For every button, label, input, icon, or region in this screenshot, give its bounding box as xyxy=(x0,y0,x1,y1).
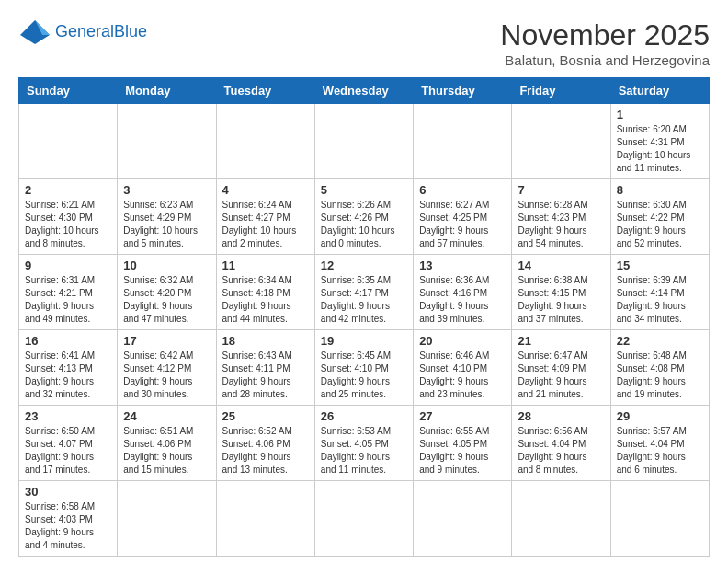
day-info: Sunrise: 6:21 AM Sunset: 4:30 PM Dayligh… xyxy=(25,199,111,250)
calendar-cell xyxy=(414,104,512,179)
day-number: 13 xyxy=(419,259,506,272)
calendar-week-row: 23Sunrise: 6:50 AM Sunset: 4:07 PM Dayli… xyxy=(19,406,710,481)
day-number: 26 xyxy=(321,409,407,423)
day-number: 16 xyxy=(25,334,111,348)
day-info: Sunrise: 6:53 AM Sunset: 4:05 PM Dayligh… xyxy=(321,425,407,477)
calendar-cell: 24Sunrise: 6:51 AM Sunset: 4:06 PM Dayli… xyxy=(118,406,216,481)
calendar-cell: 20Sunrise: 6:46 AM Sunset: 4:10 PM Dayli… xyxy=(414,330,512,406)
day-info: Sunrise: 6:31 AM Sunset: 4:21 PM Dayligh… xyxy=(25,274,111,326)
day-number: 10 xyxy=(123,259,210,272)
calendar-week-row: 2Sunrise: 6:21 AM Sunset: 4:30 PM Daylig… xyxy=(19,179,710,255)
calendar-cell: 12Sunrise: 6:35 AM Sunset: 4:17 PM Dayli… xyxy=(314,255,413,330)
day-number: 28 xyxy=(518,409,604,423)
day-info: Sunrise: 6:20 AM Sunset: 4:31 PM Dayligh… xyxy=(617,123,703,175)
day-info: Sunrise: 6:46 AM Sunset: 4:10 PM Dayligh… xyxy=(419,350,506,401)
day-info: Sunrise: 6:27 AM Sunset: 4:25 PM Dayligh… xyxy=(419,199,506,250)
day-number: 8 xyxy=(617,183,703,197)
day-number: 18 xyxy=(222,334,309,348)
calendar-cell xyxy=(314,104,413,179)
day-info: Sunrise: 6:41 AM Sunset: 4:13 PM Dayligh… xyxy=(25,350,111,401)
calendar-cell xyxy=(314,481,413,557)
calendar-week-row: 1Sunrise: 6:20 AM Sunset: 4:31 PM Daylig… xyxy=(19,104,710,179)
weekday-header: Wednesday xyxy=(314,78,413,104)
calendar-cell xyxy=(610,481,709,557)
weekday-header: Thursday xyxy=(414,78,512,104)
calendar-cell: 5Sunrise: 6:26 AM Sunset: 4:26 PM Daylig… xyxy=(314,179,413,255)
day-number: 29 xyxy=(617,409,703,423)
day-number: 12 xyxy=(321,259,407,272)
day-info: Sunrise: 6:28 AM Sunset: 4:23 PM Dayligh… xyxy=(518,199,604,250)
title-block: November 2025 Balatun, Bosnia and Herzeg… xyxy=(500,18,710,68)
calendar-cell: 4Sunrise: 6:24 AM Sunset: 4:27 PM Daylig… xyxy=(216,179,314,255)
day-info: Sunrise: 6:38 AM Sunset: 4:15 PM Dayligh… xyxy=(518,274,604,326)
logo-icon xyxy=(18,18,51,46)
calendar-cell: 11Sunrise: 6:34 AM Sunset: 4:18 PM Dayli… xyxy=(216,255,314,330)
day-info: Sunrise: 6:50 AM Sunset: 4:07 PM Dayligh… xyxy=(25,425,111,477)
calendar-cell: 22Sunrise: 6:48 AM Sunset: 4:08 PM Dayli… xyxy=(610,330,709,406)
day-number: 11 xyxy=(222,259,309,272)
calendar-cell xyxy=(414,481,512,557)
day-number: 23 xyxy=(25,409,111,423)
day-info: Sunrise: 6:35 AM Sunset: 4:17 PM Dayligh… xyxy=(321,274,407,326)
calendar-week-row: 30Sunrise: 6:58 AM Sunset: 4:03 PM Dayli… xyxy=(19,481,710,557)
day-number: 20 xyxy=(419,334,506,348)
day-number: 22 xyxy=(617,334,703,348)
day-number: 30 xyxy=(25,485,111,499)
weekday-header: Saturday xyxy=(610,78,709,104)
calendar-cell xyxy=(512,481,610,557)
day-info: Sunrise: 6:56 AM Sunset: 4:04 PM Dayligh… xyxy=(518,425,604,477)
day-number: 6 xyxy=(419,183,506,197)
calendar-cell xyxy=(118,104,216,179)
calendar-cell: 7Sunrise: 6:28 AM Sunset: 4:23 PM Daylig… xyxy=(512,179,610,255)
calendar-cell: 2Sunrise: 6:21 AM Sunset: 4:30 PM Daylig… xyxy=(19,179,118,255)
day-number: 24 xyxy=(123,409,210,423)
day-info: Sunrise: 6:36 AM Sunset: 4:16 PM Dayligh… xyxy=(419,274,506,326)
day-info: Sunrise: 6:26 AM Sunset: 4:26 PM Dayligh… xyxy=(321,199,407,250)
calendar-cell: 29Sunrise: 6:57 AM Sunset: 4:04 PM Dayli… xyxy=(610,406,709,481)
day-info: Sunrise: 6:48 AM Sunset: 4:08 PM Dayligh… xyxy=(617,350,703,401)
day-info: Sunrise: 6:34 AM Sunset: 4:18 PM Dayligh… xyxy=(222,274,309,326)
day-info: Sunrise: 6:39 AM Sunset: 4:14 PM Dayligh… xyxy=(617,274,703,326)
calendar-cell: 6Sunrise: 6:27 AM Sunset: 4:25 PM Daylig… xyxy=(414,179,512,255)
page-header: GeneralBlue November 2025 Balatun, Bosni… xyxy=(18,18,710,68)
day-number: 21 xyxy=(518,334,604,348)
day-info: Sunrise: 6:58 AM Sunset: 4:03 PM Dayligh… xyxy=(25,500,111,552)
day-info: Sunrise: 6:43 AM Sunset: 4:11 PM Dayligh… xyxy=(222,350,309,401)
day-number: 9 xyxy=(25,259,111,272)
logo-text: GeneralBlue xyxy=(55,23,147,41)
day-number: 1 xyxy=(617,108,703,121)
calendar-cell: 18Sunrise: 6:43 AM Sunset: 4:11 PM Dayli… xyxy=(216,330,314,406)
day-info: Sunrise: 6:51 AM Sunset: 4:06 PM Dayligh… xyxy=(123,425,210,477)
month-title: November 2025 xyxy=(500,18,710,52)
day-info: Sunrise: 6:45 AM Sunset: 4:10 PM Dayligh… xyxy=(321,350,407,401)
calendar-cell: 19Sunrise: 6:45 AM Sunset: 4:10 PM Dayli… xyxy=(314,330,413,406)
weekday-header: Tuesday xyxy=(216,78,314,104)
day-info: Sunrise: 6:42 AM Sunset: 4:12 PM Dayligh… xyxy=(123,350,210,401)
day-number: 5 xyxy=(321,183,407,197)
day-number: 27 xyxy=(419,409,506,423)
calendar-cell xyxy=(216,104,314,179)
day-info: Sunrise: 6:30 AM Sunset: 4:22 PM Dayligh… xyxy=(617,199,703,250)
weekday-header: Friday xyxy=(512,78,610,104)
calendar-cell: 16Sunrise: 6:41 AM Sunset: 4:13 PM Dayli… xyxy=(19,330,118,406)
weekday-header: Monday xyxy=(118,78,216,104)
day-number: 19 xyxy=(321,334,407,348)
calendar-cell xyxy=(19,104,118,179)
day-info: Sunrise: 6:57 AM Sunset: 4:04 PM Dayligh… xyxy=(617,425,703,477)
calendar-week-row: 9Sunrise: 6:31 AM Sunset: 4:21 PM Daylig… xyxy=(19,255,710,330)
weekday-header: Sunday xyxy=(19,78,118,104)
calendar-cell: 26Sunrise: 6:53 AM Sunset: 4:05 PM Dayli… xyxy=(314,406,413,481)
calendar-cell: 13Sunrise: 6:36 AM Sunset: 4:16 PM Dayli… xyxy=(414,255,512,330)
calendar-cell xyxy=(216,481,314,557)
calendar-cell: 15Sunrise: 6:39 AM Sunset: 4:14 PM Dayli… xyxy=(610,255,709,330)
logo-blue: Blue xyxy=(114,22,147,40)
calendar-cell: 27Sunrise: 6:55 AM Sunset: 4:05 PM Dayli… xyxy=(414,406,512,481)
day-number: 2 xyxy=(25,183,111,197)
day-info: Sunrise: 6:23 AM Sunset: 4:29 PM Dayligh… xyxy=(123,199,210,250)
calendar-cell: 14Sunrise: 6:38 AM Sunset: 4:15 PM Dayli… xyxy=(512,255,610,330)
day-info: Sunrise: 6:32 AM Sunset: 4:20 PM Dayligh… xyxy=(123,274,210,326)
day-number: 7 xyxy=(518,183,604,197)
logo-general: General xyxy=(55,22,114,40)
day-info: Sunrise: 6:55 AM Sunset: 4:05 PM Dayligh… xyxy=(419,425,506,477)
logo: GeneralBlue xyxy=(18,18,147,46)
